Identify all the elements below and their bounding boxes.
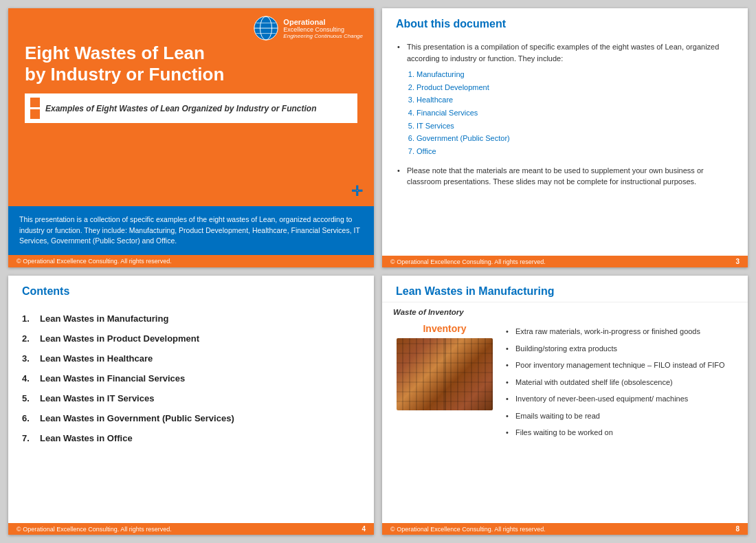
slide2-title: About this document — [396, 18, 734, 30]
contents-list: Lean Wastes in Manufacturing Lean Wastes… — [22, 309, 360, 448]
inventory-column: Inventory — [393, 323, 496, 410]
slide2-header-area: About this document — [382, 8, 748, 36]
slide-4-lean: Lean Wastes in Manufacturing Waste of In… — [382, 276, 748, 535]
list-item: Healthcare — [416, 93, 734, 107]
slide-1-title: Operational Excellence Consulting Engine… — [8, 8, 374, 267]
list-item: Material with outdated shelf life (obsol… — [506, 374, 737, 391]
slide3-header-area: Contents — [8, 276, 374, 302]
slide2-numbered-list: Manufacturing Product Development Health… — [416, 68, 734, 158]
slide2-bullet2: Please note that the materials are meant… — [396, 165, 734, 188]
list-item: Extra raw materials, work-in-progress or… — [506, 323, 737, 340]
list-item: Government (Public Sector) — [416, 132, 734, 145]
list-item: Lean Wastes in Product Development — [22, 329, 360, 348]
orange-square-1 — [30, 98, 40, 107]
slide3-title: Contents — [22, 285, 360, 298]
blue-cross-icon: ✛ — [351, 183, 363, 199]
list-item: Product Development — [416, 81, 734, 94]
list-item: Lean Wastes in Manufacturing — [22, 309, 360, 329]
slide2-footer-bar: © Operational Excellence Consulting. All… — [382, 256, 748, 267]
list-item: IT Services — [416, 120, 734, 133]
slide3-footer-bar: © Operational Excellence Consulting. All… — [8, 523, 374, 535]
slide3-footer-text: © Operational Excellence Consulting. All… — [16, 526, 172, 533]
list-item: Lean Wastes in IT Services — [22, 388, 360, 408]
orange-square-2 — [30, 109, 40, 119]
logo-text: Operational Excellence Consulting Engine… — [283, 18, 363, 39]
list-item: Files waiting to be worked on — [506, 424, 737, 441]
slide3-body: Lean Wastes in Manufacturing Lean Wastes… — [8, 302, 374, 523]
waste-subtitle: Waste of Inventory — [393, 308, 737, 316]
list-item: Poor inventory management technique – FI… — [506, 357, 737, 374]
slide4-page-num: 8 — [735, 525, 740, 533]
list-item: Lean Wastes in Healthcare — [22, 348, 360, 368]
list-item: Lean Wastes in Office — [22, 428, 360, 448]
list-item: Lean Wastes in Financial Services — [22, 368, 360, 388]
globe-icon — [253, 15, 279, 41]
slide2-footer-text: © Operational Excellence Consulting. All… — [390, 258, 546, 265]
slide1-description: This presentation is a collection of spe… — [19, 214, 363, 247]
slide2-page-num: 3 — [735, 258, 740, 265]
inventory-label: Inventory — [423, 323, 466, 334]
list-item: Inventory of never-been-used equipment/ … — [506, 390, 737, 408]
list-item: Lean Wastes in Government (Public Servic… — [22, 408, 360, 428]
slide-3-contents: Contents Lean Wastes in Manufacturing Le… — [8, 276, 374, 535]
slide1-title: Eight Wastes of Lean by Industry or Func… — [25, 43, 357, 85]
slide4-body: Waste of Inventory Inventory Extra raw m… — [382, 302, 748, 523]
content-row: Inventory Extra raw materials, work-in-p… — [393, 323, 737, 441]
list-item: Financial Services — [416, 107, 734, 120]
list-item: Manufacturing — [416, 68, 734, 81]
slide4-footer-text: © Operational Excellence Consulting. All… — [390, 526, 546, 533]
list-item: Building/storing extra products — [506, 340, 737, 357]
logo-area: Operational Excellence Consulting Engine… — [253, 15, 363, 41]
inventory-bullets: Extra raw materials, work-in-progress or… — [506, 323, 737, 441]
list-item: Emails waiting to be read — [506, 408, 737, 425]
slide2-bullet1: This presentation is a compilation of sp… — [396, 41, 734, 64]
slide-2-about: About this document This presentation is… — [382, 8, 748, 267]
slide2-body: This presentation is a compilation of sp… — [382, 36, 748, 256]
slide1-footer: © Operational Excellence Consulting. All… — [16, 258, 172, 265]
slide4-header-area: Lean Wastes in Manufacturing — [382, 276, 748, 302]
slide4-footer-bar: © Operational Excellence Consulting. All… — [382, 523, 748, 535]
slide4-title: Lean Wastes in Manufacturing — [396, 285, 734, 298]
inventory-image — [397, 338, 493, 410]
list-item: Office — [416, 145, 734, 158]
slide1-subtitle: Examples of Eight Wastes of Lean Organiz… — [45, 104, 317, 113]
slide3-page-num: 4 — [362, 525, 366, 533]
bullets-column: Extra raw materials, work-in-progress or… — [506, 323, 737, 441]
